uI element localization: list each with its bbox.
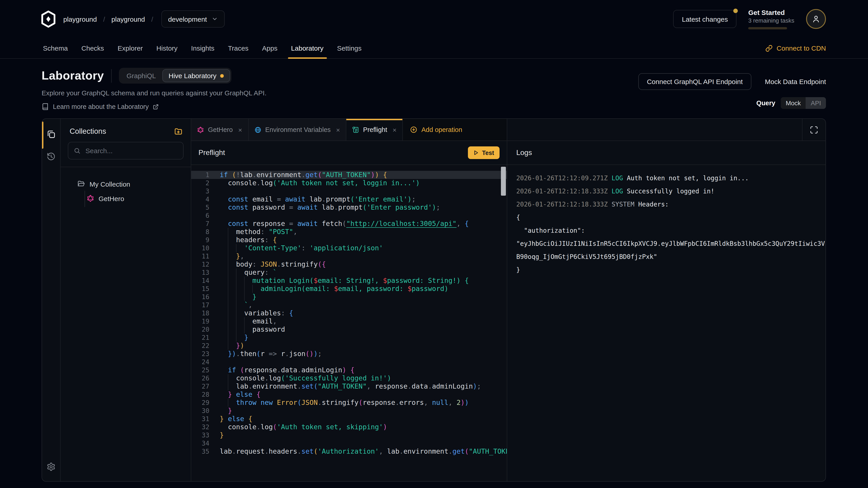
connect-endpoint-button[interactable]: Connect GraphQL API Endpoint [638, 73, 751, 90]
log-message: Headers: [638, 201, 669, 208]
line-number: 16 [191, 293, 209, 301]
line-number: 11 [191, 252, 209, 260]
line-number: 13 [191, 268, 209, 276]
mode-option-graphiql[interactable]: GraphiQL [120, 69, 162, 82]
nav-tab-traces[interactable]: Traces [221, 38, 255, 58]
close-icon[interactable]: × [336, 126, 340, 133]
app-window: playground / playground / development La… [0, 0, 868, 488]
editor-column: GetHero×Environment Variables×Preflight×… [191, 119, 507, 481]
line-number: 1 [191, 171, 209, 179]
log-level: LOG [612, 174, 623, 182]
collection-folder-row[interactable]: My Collection [61, 178, 191, 190]
workspace-tabbar: GetHero×Environment Variables×Preflight×… [191, 119, 507, 141]
nav-tab-laboratory[interactable]: Laboratory [284, 38, 330, 58]
latest-changes-button[interactable]: Latest changes [673, 10, 737, 28]
workspace-tab-preflight[interactable]: Preflight× [346, 119, 403, 140]
get-started-widget[interactable]: Get Started 3 remaining tasks [748, 8, 794, 29]
mock-data-endpoint-button[interactable]: Mock Data Endpoint [765, 78, 826, 86]
editor-scrollbar-thumb[interactable] [501, 167, 506, 196]
hive-logo-icon[interactable] [41, 10, 56, 28]
workspace-tab-environment-variables[interactable]: Environment Variables× [248, 119, 346, 140]
code-line: 13 query: ` [191, 268, 507, 276]
code-line: 8 method: "POST", [191, 228, 507, 236]
tab-label: Preflight [363, 126, 387, 133]
code-line: 14 mutation Login($email: String!, $pass… [191, 276, 507, 285]
nav-tab-schema[interactable]: Schema [36, 38, 74, 58]
test-button-label: Test [482, 149, 494, 156]
collection-operation-row[interactable]: GetHero [61, 193, 191, 204]
code-line: 19 email, [191, 317, 507, 325]
settings-gear-icon[interactable] [46, 462, 56, 471]
line-number: 22 [191, 341, 209, 350]
user-avatar[interactable] [806, 9, 826, 29]
logs-output: 2026-01-26T12:12:09.271Z LOG Auth token … [507, 165, 826, 481]
folder-open-icon [77, 180, 85, 188]
log-block-line: B90oqg_IjOmGtjP6CkiV5Jt695jBD0fjzPxk" [516, 250, 826, 263]
history-rail-button[interactable] [46, 152, 56, 161]
logs-panel: Logs 2026-01-26T12:12:09.271Z LOG Auth t… [507, 119, 826, 481]
breadcrumb-org[interactable]: playground [63, 15, 97, 23]
log-timestamp: 2026-01-26T12:12:18.333Z [516, 188, 608, 195]
code-line: 17 `, [191, 301, 507, 309]
preflight-code-editor[interactable]: 1if (!lab.environment.get("AUTH_TOKEN"))… [191, 165, 507, 481]
play-icon [473, 150, 479, 156]
mode-option-hive-laboratory[interactable]: Hive Laboratory [162, 69, 230, 82]
endpoint-option-mock[interactable]: Mock [781, 97, 806, 109]
code-line: 5 const password = await lab.prompt('Ent… [191, 203, 507, 212]
log-timestamp: 2026-01-26T12:12:09.271Z [516, 174, 608, 182]
nav-tab-settings[interactable]: Settings [330, 38, 368, 58]
endpoint-option-api[interactable]: API [806, 97, 826, 109]
breadcrumb-separator: / [151, 15, 153, 23]
collections-rail-button[interactable] [46, 130, 56, 139]
breadcrumb-project[interactable]: playground [112, 15, 145, 23]
collections-panel: Collections My Collection [61, 119, 191, 481]
new-collection-folder-plus-icon[interactable] [174, 127, 183, 135]
collections-search [68, 142, 184, 160]
search-input[interactable] [85, 147, 178, 155]
code-line: 7 const response = await fetch("http://l… [191, 220, 507, 228]
code-line: 26 console.log('Successfully logged in!'… [191, 374, 507, 382]
line-number: 24 [191, 358, 209, 366]
log-block-line: "authorization": [516, 224, 826, 237]
close-icon[interactable]: × [393, 126, 397, 133]
nav-tab-explorer[interactable]: Explorer [111, 38, 150, 58]
nav-tab-insights[interactable]: Insights [184, 38, 221, 58]
collections-tree: My Collection GetHero [61, 167, 191, 481]
code-line: 28 } else { [191, 390, 507, 398]
editor-mode-toggle: GraphiQL Hive Laboratory [119, 68, 231, 84]
search-icon [74, 147, 81, 154]
code-line: 15 adminLogin(email: $email, password: $… [191, 285, 507, 293]
learn-more-link[interactable]: Learn more about the Laboratory [41, 103, 267, 110]
line-number: 9 [191, 236, 209, 244]
link-icon [765, 44, 773, 52]
side-rail [42, 119, 61, 481]
close-icon[interactable]: × [238, 126, 242, 133]
code-line: 20 password [191, 325, 507, 333]
log-message: Auth token not set, loggin in... [627, 174, 749, 182]
mode-option-label: Hive Laboratory [168, 72, 217, 79]
code-line: 2 console.log('Auth token not set, loggi… [191, 179, 507, 187]
nav-tab-history[interactable]: History [150, 38, 184, 58]
new-feature-dot [220, 74, 224, 77]
nav-tab-apps[interactable]: Apps [255, 38, 284, 58]
add-operation-button[interactable]: Add operation [403, 119, 469, 140]
test-button[interactable]: Test [468, 147, 500, 159]
line-number: 23 [191, 350, 209, 358]
line-number: 29 [191, 398, 209, 407]
collections-title: Collections [70, 127, 106, 135]
breadcrumb-separator: / [103, 15, 105, 23]
code-line: 11 }, [191, 252, 507, 260]
target-selector-dropdown[interactable]: development [161, 10, 225, 28]
code-line: 12 body: JSON.stringify({ [191, 260, 507, 268]
line-number: 14 [191, 276, 209, 285]
workspace-tab-gethero[interactable]: GetHero× [191, 119, 248, 140]
nav-tab-checks[interactable]: Checks [74, 38, 111, 58]
connect-to-cdn-link[interactable]: Connect to CDN [765, 38, 826, 58]
line-number: 28 [191, 390, 209, 398]
fullscreen-button[interactable] [802, 119, 826, 140]
log-entry: 2026-01-26T12:12:09.271Z LOG Auth token … [516, 172, 826, 185]
tab-label: GetHero [208, 126, 233, 133]
script-icon [352, 126, 359, 133]
graphql-icon [197, 126, 204, 133]
line-number: 30 [191, 407, 209, 415]
